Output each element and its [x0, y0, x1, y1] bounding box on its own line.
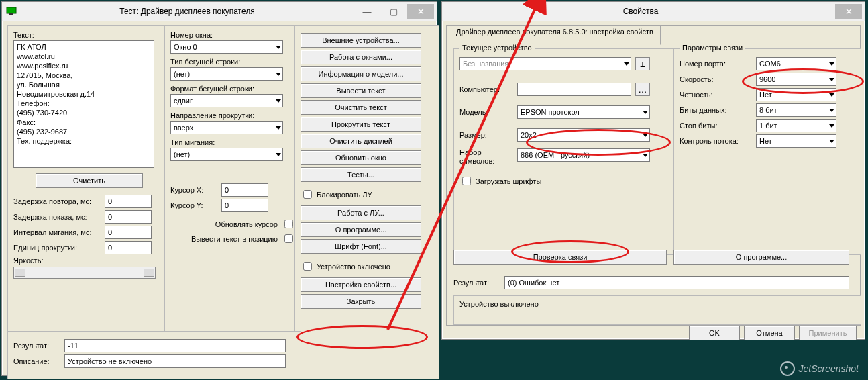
- size-select[interactable]: [517, 128, 650, 142]
- text-label: Текст:: [13, 31, 165, 39]
- properties-window: Свойства ✕ Драйвер дисплеев покупателя 6…: [441, 1, 865, 340]
- svg-rect-1: [9, 13, 13, 15]
- marquee-type-label: Тип бегущей строки:: [170, 58, 295, 66]
- clear-display-button[interactable]: Очистить дисплей: [301, 134, 421, 148]
- blink-type-select[interactable]: [170, 148, 283, 161]
- marquee-fmt-select[interactable]: [170, 94, 283, 107]
- scroll-units-label: Единиц прокрутки:: [13, 244, 101, 252]
- font-button[interactable]: Шрифт (Font)...: [301, 239, 421, 254]
- result-value[interactable]: [64, 339, 286, 352]
- stopbits-select[interactable]: [756, 119, 836, 132]
- marquee-type-select[interactable]: [170, 67, 283, 81]
- watermark-text: JetScreenshot: [799, 363, 859, 374]
- tab-label[interactable]: Драйвер дисплеев покупателя 6.8.5.0: нас…: [449, 25, 661, 45]
- brightness-label: Яркость:: [13, 256, 54, 265]
- refresh-window-button[interactable]: Обновить окно: [301, 150, 421, 165]
- clear-text-button2[interactable]: Очистить текст: [301, 100, 421, 115]
- tests-button[interactable]: Тесты...: [301, 167, 421, 182]
- model-label: Модель:: [459, 108, 513, 116]
- check-link-button[interactable]: Проверка связи: [453, 250, 667, 265]
- speed-label: Скорость:: [680, 75, 752, 83]
- device-plusminus-button[interactable]: ±: [635, 57, 650, 70]
- charset-select[interactable]: [517, 148, 650, 162]
- out-pos-checkbox[interactable]: [284, 234, 293, 243]
- blink-interval-label: Интервал мигания, мс:: [13, 228, 101, 236]
- blink-interval-input[interactable]: [105, 226, 152, 239]
- cursor-y-input[interactable]: [221, 199, 268, 212]
- parity-select[interactable]: [756, 88, 836, 101]
- print-text-button[interactable]: Вывести текст: [301, 83, 421, 98]
- work-lu-button[interactable]: Работа с ЛУ...: [301, 205, 421, 220]
- model-select[interactable]: [517, 105, 650, 119]
- clear-text-button[interactable]: Очистить: [36, 173, 143, 188]
- block-lu-label: Блокировать ЛУ: [317, 191, 372, 199]
- speed-select[interactable]: [756, 73, 836, 86]
- result-label: Результат:: [13, 342, 60, 350]
- scroll-units-input[interactable]: [105, 241, 152, 254]
- properties-button[interactable]: Настройка свойств...: [301, 277, 421, 292]
- titlebar2: Свойства ✕: [442, 2, 865, 21]
- device-select[interactable]: [459, 57, 631, 70]
- close-button[interactable]: ✕: [407, 4, 434, 19]
- actions-group: Внешние устройства... Работа с окнами...…: [294, 25, 439, 379]
- port-select[interactable]: [756, 57, 836, 70]
- ok-button[interactable]: OK: [689, 326, 740, 340]
- window-num-label: Номер окна:: [170, 31, 295, 39]
- device-legend: Текущее устройство: [459, 44, 535, 52]
- result-group: Результат: Описание:: [7, 331, 301, 379]
- window-title2: Свойства: [446, 7, 835, 16]
- repeat-delay-input[interactable]: [105, 195, 152, 208]
- app-icon: [6, 7, 17, 16]
- charset-label: Набор символов:: [459, 148, 513, 166]
- windows-button[interactable]: Работа с окнами...: [301, 50, 421, 64]
- ext-devices-button[interactable]: Внешние устройства...: [301, 33, 421, 48]
- databits-label: Биты данных:: [680, 106, 752, 114]
- connection-legend: Параметры связи: [680, 44, 745, 52]
- upd-cursor-checkbox[interactable]: [284, 220, 293, 228]
- tab-panel: Драйвер дисплеев покупателя 6.8.5.0: нас…: [446, 25, 861, 326]
- marquee-fmt-label: Формат бегущей строки:: [170, 85, 295, 93]
- stopbits-label: Стоп биты:: [680, 122, 752, 130]
- device-enabled-checkbox[interactable]: [303, 262, 312, 271]
- apply-button[interactable]: Применить: [799, 326, 857, 340]
- block-lu-checkbox[interactable]: [303, 190, 312, 199]
- result-label2: Результат:: [453, 279, 500, 287]
- window-num-select[interactable]: [170, 40, 283, 54]
- flow-label: Контроль потока:: [680, 137, 752, 145]
- upd-cursor-label: Обновлять курсор: [215, 220, 278, 228]
- minimize-button[interactable]: —: [354, 4, 380, 19]
- size-label: Размер:: [459, 131, 513, 139]
- text-area[interactable]: [13, 40, 154, 168]
- device-enabled-label: Устройство включено: [317, 263, 390, 271]
- maximize-button[interactable]: ▢: [380, 4, 407, 19]
- text-group: Текст: Очистить Задержка повтора, мс: За…: [7, 25, 171, 338]
- model-info-button[interactable]: Информация о модели...: [301, 66, 421, 81]
- scroll-text-button[interactable]: Прокрутить текст: [301, 117, 421, 132]
- scroll-dir-select[interactable]: [170, 121, 283, 134]
- out-pos-label: Вывести текст в позицию: [191, 235, 278, 243]
- show-delay-input[interactable]: [105, 210, 152, 224]
- brightness-slider[interactable]: [13, 267, 156, 279]
- computer-input[interactable]: [517, 83, 631, 96]
- flow-select[interactable]: [756, 134, 836, 148]
- close-button2[interactable]: ✕: [835, 4, 862, 19]
- computer-browse-button[interactable]: …: [635, 83, 650, 96]
- load-fonts-label: Загружать шрифты: [476, 177, 541, 185]
- cursor-y-label: Курсор Y:: [170, 201, 217, 209]
- desc-label: Описание:: [13, 357, 60, 365]
- desc-value[interactable]: [64, 354, 286, 368]
- parity-label: Четность:: [680, 91, 752, 99]
- computer-label: Компьютер:: [459, 85, 513, 93]
- about-button2[interactable]: О программе...: [673, 250, 849, 265]
- cancel-button[interactable]: Отмена: [744, 326, 795, 340]
- load-fonts-checkbox[interactable]: [462, 177, 471, 185]
- close-dialog-button[interactable]: Закрыть: [301, 294, 421, 309]
- options-group: Номер окна: Тип бегущей строки: Формат б…: [164, 25, 301, 338]
- repeat-delay-label: Задержка повтора, мс:: [13, 197, 101, 205]
- cursor-x-input[interactable]: [221, 183, 268, 197]
- about-button[interactable]: О программе...: [301, 222, 421, 237]
- databits-select[interactable]: [756, 103, 836, 117]
- status-group: Устройство выключено: [453, 295, 861, 325]
- result-value2[interactable]: [504, 276, 849, 289]
- cursor-x-label: Курсор X:: [170, 186, 217, 194]
